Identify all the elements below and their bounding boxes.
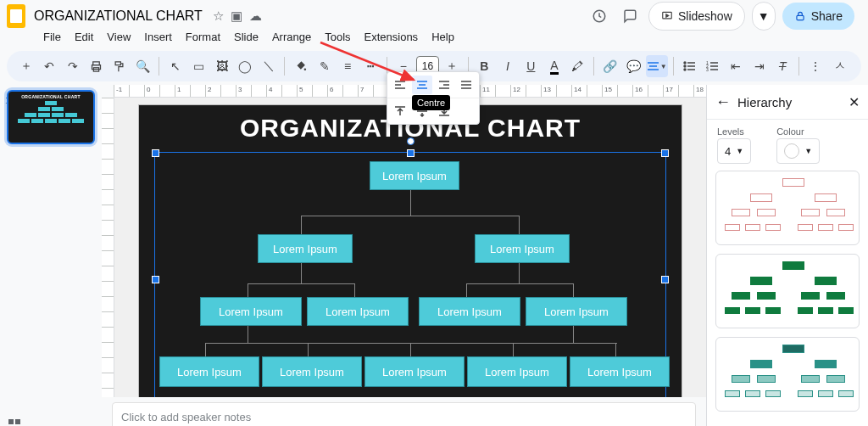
org-node[interactable]: Lorem Ipsum [262,356,362,387]
connector [301,216,520,216]
svg-rect-2 [797,15,804,20]
zoom-button[interactable]: 🔍 [131,55,153,77]
paint-format-button[interactable] [108,55,130,77]
menu-view[interactable]: View [101,29,136,48]
insert-link-button[interactable]: 🔗 [599,55,620,77]
svg-rect-6 [115,61,120,64]
align-button[interactable]: ▼ [646,55,667,77]
redo-button[interactable]: ↷ [62,55,83,77]
colour-label: Colour [776,126,820,137]
org-node-root[interactable]: Lorem Ipsum [370,161,459,190]
connector [519,216,520,234]
menu-insert[interactable]: Insert [138,29,178,48]
more-options-button[interactable]: ⋮ [804,55,826,77]
select-tool[interactable]: ↖ [164,55,186,77]
levels-select[interactable]: 4▼ [717,138,751,164]
org-node[interactable]: Lorem Ipsum [200,297,302,326]
back-icon[interactable]: ← [715,93,731,111]
move-to-folder-icon[interactable]: ▣ [231,8,242,24]
cloud-status-icon: ☁ [249,8,262,24]
increase-indent-button[interactable]: ⇥ [748,55,770,77]
grid-view-icon[interactable] [8,419,20,426]
line-tool[interactable]: ＼ [258,55,279,77]
menu-file[interactable]: File [37,29,67,48]
textbox-tool[interactable]: ▭ [187,55,209,77]
connector [410,343,411,356]
slideshow-button[interactable]: Slideshow [648,2,745,31]
italic-button[interactable]: I [497,55,518,77]
bulleted-list-button[interactable] [679,55,700,77]
underline-button[interactable]: U [520,55,542,77]
menu-tools[interactable]: Tools [319,29,356,48]
resize-handle[interactable] [407,149,415,157]
connector [513,343,514,356]
menu-arrange[interactable]: Arrange [266,29,317,48]
document-title[interactable]: ORGANIZATIONAL CHART [34,8,203,24]
menu-extensions[interactable]: Extensions [359,29,425,48]
connector [205,343,617,344]
insert-comment-button[interactable]: 💬 [623,55,644,77]
resize-handle[interactable] [152,149,159,157]
border-dash-button[interactable]: ┅ [360,55,381,77]
svg-point-7 [303,68,306,70]
align-right[interactable] [434,76,454,94]
style-option-2[interactable] [715,254,860,328]
style-option-1[interactable] [715,171,860,245]
menu-slide[interactable]: Slide [228,29,264,48]
close-icon[interactable]: ✕ [849,94,860,110]
org-node[interactable]: Lorem Ipsum [307,297,409,326]
align-justify[interactable] [456,76,476,94]
resize-handle[interactable] [661,149,669,157]
valign-top[interactable] [390,102,410,121]
resize-handle[interactable] [152,276,159,283]
history-icon[interactable] [587,4,611,28]
slideshow-dropdown[interactable]: ▼ [752,2,776,31]
collapse-toolbar-button[interactable]: ㅅ [829,55,850,77]
align-left[interactable] [390,76,410,94]
menu-bar: File Edit View Insert Format Slide Arran… [0,29,868,51]
menu-help[interactable]: Help [426,29,460,48]
org-node[interactable]: Lorem Ipsum [570,356,670,387]
org-node[interactable]: Lorem Ipsum [258,234,353,263]
connector [354,283,355,297]
slide-thumbnail-1[interactable]: ORGANIZATIONAL CHART [7,90,95,144]
org-node[interactable]: Lorem Ipsum [526,297,627,326]
comments-icon[interactable] [618,4,642,28]
undo-button[interactable]: ↶ [38,55,59,77]
connector [248,283,354,284]
style-option-3[interactable] [715,337,860,412]
slide-canvas[interactable]: ORGANIZATIONAL CHART [138,104,682,397]
connector [615,343,616,356]
highlight-color-button[interactable]: 🖍 [567,55,588,77]
vertical-ruler [102,98,114,397]
org-node[interactable]: Lorem Ipsum [159,356,259,387]
text-color-button[interactable]: A [543,55,565,77]
print-button[interactable] [85,55,106,77]
svg-point-11 [684,62,686,64]
image-tool[interactable]: 🖼 [211,55,232,77]
share-button[interactable]: Share [782,3,854,30]
shape-tool[interactable]: ◯ [234,55,255,77]
resize-handle[interactable] [661,276,669,283]
star-icon[interactable]: ☆ [213,8,224,24]
fill-color-button[interactable] [290,55,311,77]
speaker-notes[interactable]: Click to add speaker notes [112,402,696,426]
decrease-indent-button[interactable]: ⇤ [725,55,746,77]
connector [248,283,248,297]
org-node[interactable]: Lorem Ipsum [467,356,567,387]
colour-select[interactable]: ▼ [776,138,820,164]
slides-app-icon[interactable] [7,4,25,28]
clear-formatting-button[interactable]: T [771,55,793,77]
border-weight-button[interactable]: ≡ [337,55,358,77]
org-node[interactable]: Lorem Ipsum [475,234,570,263]
menu-edit[interactable]: Edit [69,29,99,48]
org-node[interactable]: Lorem Ipsum [419,297,520,326]
org-node[interactable]: Lorem Ipsum [364,356,465,387]
new-slide-button[interactable]: ＋ [15,55,36,77]
align-center[interactable] [412,76,432,94]
menu-format[interactable]: Format [180,29,226,48]
toolbar: ＋ ↶ ↷ 🔍 ↖ ▭ 🖼 ◯ ＼ ✎ ≡ ┅ − 16 ＋ B I U A 🖍… [7,51,861,81]
numbered-list-button[interactable]: 123 [702,55,723,77]
rotate-handle[interactable] [407,137,415,145]
border-color-button[interactable]: ✎ [314,55,335,77]
